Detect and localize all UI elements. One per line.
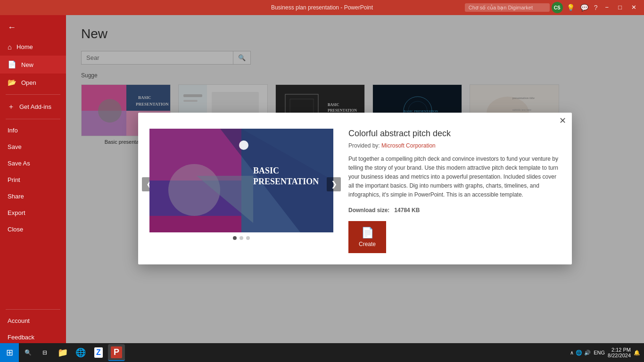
sidebar-feedback-label: Feedback	[8, 334, 34, 341]
titlebar-avatar: CS	[552, 2, 563, 13]
modal-provider-row: Provided by: Microsoft Corporation	[348, 142, 561, 149]
modal-info: Colorful abstract pitch deck Provided by…	[348, 129, 561, 254]
sidebar-divider-bottom	[6, 309, 60, 310]
taskbar-chrome[interactable]: 🌐	[72, 344, 89, 361]
taskbar-items: 🔍 ⊟ 📁 🌐 Z P	[19, 344, 127, 361]
modal-download: Download size: 14784 KB	[348, 207, 561, 214]
svg-rect-40	[149, 216, 241, 232]
sidebar-item-save-label: Save	[8, 143, 22, 150]
modal-preview-image: BASIC PRESENTATION	[149, 129, 333, 232]
sidebar-divider-2	[6, 119, 60, 119]
sidebar-divider-1	[6, 94, 60, 95]
svg-text:PRESENTATION: PRESENTATION	[253, 177, 319, 186]
sidebar-item-share[interactable]: Share	[0, 188, 66, 205]
new-icon: 📄	[8, 60, 17, 69]
open-icon: 📂	[8, 78, 17, 87]
taskbar: ⊞ 🔍 ⊟ 📁 🌐 Z P ∧ 🌐 🔊 ENG 2:12 PM 8/22/202…	[0, 343, 644, 362]
sidebar-item-share-label: Share	[8, 193, 24, 200]
modal-body: ❮	[138, 129, 572, 265]
addins-icon: ＋	[8, 102, 15, 111]
home-icon: ⌂	[8, 43, 12, 51]
back-button[interactable]: ←	[0, 17, 66, 38]
sidebar-account-label: Account	[8, 317, 30, 324]
modal-dot-0[interactable]	[233, 236, 237, 240]
minimize-button[interactable]: −	[602, 0, 613, 15]
sidebar-item-export-label: Export	[8, 209, 25, 216]
modal: ✕ ❮	[138, 113, 572, 265]
sidebar-item-export[interactable]: Export	[0, 205, 66, 221]
sidebar-item-print-label: Print	[8, 176, 20, 183]
taskbar-search[interactable]: 🔍	[21, 344, 35, 361]
taskbar-zalo[interactable]: Z	[90, 344, 107, 361]
notification-icon[interactable]: 🔔	[634, 350, 640, 356]
modal-download-size: 14784 KB	[394, 207, 420, 214]
taskbar-clock[interactable]: 2:12 PM 8/22/2024	[608, 347, 631, 358]
sidebar-item-new-label: New	[21, 61, 33, 68]
titlebar-search[interactable]	[465, 3, 550, 12]
taskbar-right: ∧ 🌐 🔊 ENG 2:12 PM 8/22/2024 🔔	[570, 347, 644, 358]
modal-overlay: ✕ ❮	[66, 15, 644, 362]
sidebar-item-print[interactable]: Print	[0, 172, 66, 188]
chevron-up-icon[interactable]: ∧	[570, 350, 574, 356]
svg-point-36	[239, 140, 248, 150]
create-icon: 📄	[361, 227, 374, 239]
titlebar: Business plan presentation - PowerPoint …	[0, 0, 644, 15]
sidebar-item-save[interactable]: Save	[0, 139, 66, 155]
taskbar-time: 2:12 PM	[608, 347, 631, 353]
volume-icon: 🔊	[584, 350, 591, 356]
modal-next-button[interactable]: ❯	[327, 177, 341, 191]
sidebar-item-info[interactable]: Info	[0, 122, 66, 139]
sidebar-item-info-label: Info	[8, 127, 18, 134]
svg-text:BASIC: BASIC	[253, 166, 279, 175]
app-body: ← ⌂ Home 📄 New 📂 Open ＋ Get Add-ins Info…	[0, 15, 644, 362]
main-content: New 🔍 Sugge BA	[66, 15, 644, 362]
sidebar-item-saveas[interactable]: Save As	[0, 155, 66, 172]
create-label: Create	[359, 241, 376, 247]
taskbar-system-icons: ∧ 🌐 🔊	[570, 350, 591, 356]
svg-point-35	[168, 164, 220, 216]
lightbulb-icon: 💡	[565, 4, 577, 11]
titlebar-title: Business plan presentation - PowerPoint	[271, 4, 373, 11]
sidebar-item-addins[interactable]: ＋ Get Add-ins	[0, 98, 66, 116]
language-indicator: ENG	[594, 350, 605, 355]
network-icon: 🌐	[576, 350, 582, 356]
taskbar-widgets[interactable]: ⊟	[36, 344, 53, 361]
modal-title: Colorful abstract pitch deck	[348, 129, 561, 139]
comment-icon: 💬	[578, 4, 590, 11]
taskbar-date: 8/22/2024	[608, 353, 631, 358]
maximize-button[interactable]: □	[614, 0, 626, 15]
sidebar-item-home[interactable]: ⌂ Home	[0, 38, 66, 56]
window-close-button[interactable]: ✕	[627, 0, 640, 15]
sidebar-item-close-label: Close	[8, 226, 23, 233]
modal-preview: ❮	[149, 129, 333, 240]
sidebar-item-addins-label: Get Add-ins	[19, 103, 51, 110]
start-button[interactable]: ⊞	[0, 343, 19, 362]
taskbar-powerpoint[interactable]: P	[108, 344, 125, 361]
modal-close-button[interactable]: ✕	[559, 116, 566, 125]
sidebar-item-close[interactable]: Close	[0, 221, 66, 238]
modal-provider-label: Provided by:	[348, 142, 380, 149]
modal-download-label: Download size:	[348, 207, 389, 214]
sidebar-item-home-label: Home	[17, 43, 33, 50]
help-icon: ?	[592, 4, 600, 11]
modal-dots	[149, 236, 333, 240]
sidebar-item-open[interactable]: 📂 Open	[0, 74, 66, 91]
modal-dot-1[interactable]	[239, 236, 243, 240]
modal-description: Put together a compelling pitch deck and…	[348, 155, 561, 200]
sidebar-item-saveas-label: Save As	[8, 160, 30, 167]
sidebar-item-new[interactable]: 📄 New	[0, 56, 66, 74]
modal-header: ✕	[138, 113, 572, 129]
create-button[interactable]: 📄 Create	[348, 221, 386, 253]
modal-dot-2[interactable]	[246, 236, 250, 240]
sidebar-item-account[interactable]: Account	[0, 313, 66, 329]
modal-provider-link[interactable]: Microsoft Corporation	[381, 142, 436, 149]
taskbar-file-explorer[interactable]: 📁	[54, 344, 71, 361]
sidebar-item-open-label: Open	[21, 79, 36, 86]
sidebar: ← ⌂ Home 📄 New 📂 Open ＋ Get Add-ins Info…	[0, 15, 66, 362]
